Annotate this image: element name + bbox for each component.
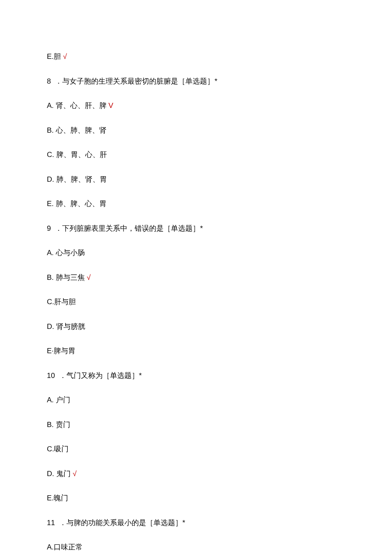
q8-option-b: B. 心、肺、脾、肾 [47,125,345,136]
option-text: 口味正常 [54,543,83,551]
question-number: 9 [47,224,51,232]
option-text: 心与小肠 [56,249,85,257]
option-letter: E. [47,200,54,208]
option-letter: E. [47,52,54,61]
option-letter: C. [47,445,54,453]
option-letter: A. [47,543,54,551]
option-text: 脾与胃 [54,347,75,355]
option-letter: A. [47,249,54,257]
q10-option-e: E.魄门 [47,493,345,504]
check-mark-icon: V [109,102,113,110]
question-stem: ．气门又称为［单选题］* [59,372,142,380]
question-11: 11．与脾的功能关系最小的是［单选题］* [47,517,345,529]
q8-option-d: D. 肺、脾、肾、胃 [47,174,345,185]
question-stem: ．与女子胞的生理关系最密切的脏腑是［单选题］* [55,77,217,85]
document-page: E.胆 √ 8．与女子胞的生理关系最密切的脏腑是［单选题］* A. 肾、心、肝、… [0,0,392,555]
option-text: 肾与膀胱 [56,323,85,331]
option-text: 鬼门 [56,470,71,478]
question-number: 11 [47,519,55,527]
option-text: 肾、心、肝、脾 [56,102,107,110]
option-text: 魄门 [54,494,68,502]
option-letter: E. [47,494,54,502]
q10-option-b: B. 贲门 [47,419,345,430]
option-letter: B. [47,126,54,134]
question-number: 8 [47,77,51,85]
question-8: 8．与女子胞的生理关系最密切的脏腑是［单选题］* [47,76,345,87]
option-letter: B. [47,421,54,429]
option-letter: B. [47,273,54,282]
option-text: 贲门 [56,421,70,429]
question-stem: ．与脾的功能关系最小的是［单选题］* [59,519,185,527]
option-text: 肺、脾、肾、胃 [56,175,107,183]
option-letter: A. [47,396,54,404]
option-text: 肝与胆 [54,298,76,306]
q10-option-c: C.吸门 [47,444,345,455]
question-9: 9．下列脏腑表里关系中，错误的是［单选题］* [47,223,345,234]
option-letter: E· [47,347,54,355]
option-e-dan: E.胆 √ [47,51,345,62]
option-letter: A. [47,102,54,110]
check-mark-icon: √ [87,273,91,282]
option-letter: D. [47,323,54,331]
question-number: 10 [47,372,55,380]
option-text: 脾、胃、心、肝 [56,151,107,159]
q10-option-a: A. 户门 [47,395,345,406]
q11-option-a: A.口味正常 [47,542,345,553]
q8-option-c: C. 脾、胃、心、肝 [47,149,345,160]
q9-option-a: A. 心与小肠 [47,247,345,259]
option-letter: C. [47,298,54,306]
q8-option-a: A. 肾、心、肝、脾 V [47,100,345,111]
option-letter: D. [47,175,54,183]
option-text: 心、肺、脾、肾 [56,126,107,134]
option-text: 肺与三焦 [56,273,85,282]
option-letter: C. [47,151,54,159]
check-mark-icon: √ [72,470,76,478]
q9-option-b: B. 肺与三焦 √ [47,272,345,283]
q10-option-d: D. 鬼门 √ [47,468,345,479]
question-10: 10．气门又称为［单选题］* [47,370,345,381]
check-mark-icon: √ [63,52,67,61]
option-text: 肺、脾、心、胃 [56,200,107,208]
q9-option-d: D. 肾与膀胱 [47,321,345,332]
q9-option-c: C.肝与胆 [47,296,345,308]
q9-option-e: E·脾与胃 [47,346,345,357]
option-text: 胆 [54,52,61,61]
option-text: 吸门 [54,445,69,453]
option-text: 户门 [56,396,70,404]
q8-option-e: E. 肺、脾、心、胃 [47,198,345,209]
option-letter: D. [47,470,54,478]
question-stem: ．下列脏腑表里关系中，错误的是［单选题］* [55,224,203,232]
